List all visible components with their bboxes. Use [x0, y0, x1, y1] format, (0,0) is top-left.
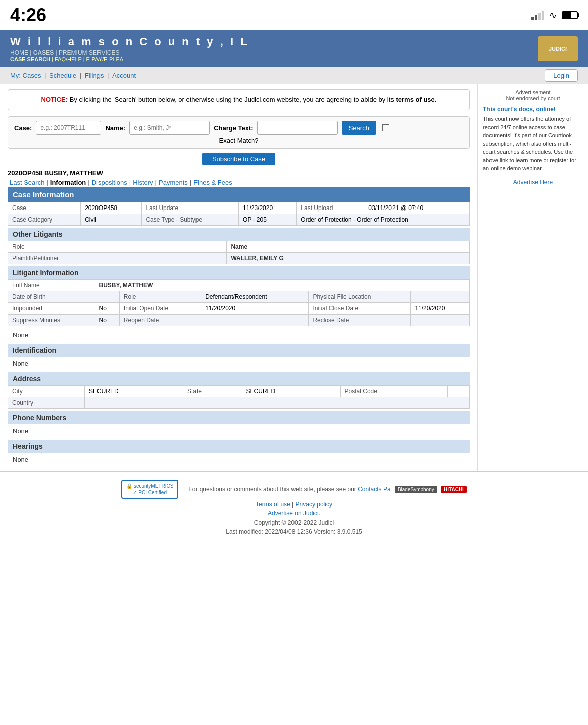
value-litigant-name: WALLER, EMILY G	[227, 253, 470, 264]
charge-input[interactable]	[257, 121, 338, 135]
label-reclose: Reclose Date	[309, 315, 411, 326]
nav-schedule[interactable]: Schedule	[49, 72, 76, 79]
signal-icon	[531, 10, 544, 20]
value-order-protection: Order of Protection - Order of Protectio…	[297, 214, 470, 226]
case-information-header: Case Information	[8, 187, 470, 202]
name-input[interactable]	[129, 121, 210, 135]
nav-my-cases[interactable]: My: Cases	[10, 72, 41, 79]
footer-last-modified: Last modified: 2022/04/08 12:36 Version:…	[226, 528, 362, 535]
login-button[interactable]: Login	[545, 69, 578, 82]
label-case-type: Case Type - Subtype	[142, 214, 239, 226]
phone-none: None	[8, 424, 470, 438]
status-bar: 4:26 ∿	[0, 0, 588, 30]
status-icons: ∿	[531, 10, 578, 21]
value-state: SECURED	[242, 386, 340, 397]
label-reopen: Reopen Date	[119, 315, 201, 326]
label-initial-open: Initial Open Date	[119, 303, 201, 315]
value-postal	[447, 386, 469, 397]
table-row: Role Name	[8, 241, 470, 253]
table-row: Date of Birth Role Defendant/Respondent …	[8, 291, 470, 303]
value-city: SECURED	[84, 386, 183, 397]
notice-box: NOTICE: By clicking the 'Search' button …	[8, 89, 470, 110]
privacy-link[interactable]: Privacy policy	[296, 501, 332, 508]
site-title: W i l l i a m s o n C o u n t y , I L	[10, 35, 249, 48]
identification-none: None	[8, 357, 470, 370]
footer-links: Terms of use | Privacy policy	[256, 501, 332, 508]
search-row: Case: Name: Charge Text: Search	[14, 121, 463, 135]
header-subnav: CASE SEARCH | FAQ/HELP | E-PAY/E-PLEA	[10, 56, 249, 62]
label-last-upload: Last Upload	[297, 202, 364, 214]
name-label: Name:	[105, 124, 125, 132]
label-last-update: Last Update	[142, 202, 239, 214]
exact-match-checkbox[interactable]	[382, 124, 389, 131]
litigant-table: Full Name BUSBY, MATTHEW Date of Birth R…	[8, 279, 470, 326]
tab-fines-fees[interactable]: Fines & Fees	[191, 178, 234, 187]
tab-dispositions[interactable]: Dispositions	[90, 178, 129, 187]
nav-account[interactable]: Account	[112, 72, 136, 79]
exact-match-label: Exact Match?	[219, 137, 259, 144]
table-row: Impounded No Initial Open Date 11/20/202…	[8, 303, 470, 315]
tab-information: Information	[48, 178, 88, 187]
wifi-icon: ∿	[549, 10, 557, 21]
header-nav: HOME | CASES | PREMIUM SERVICES	[10, 49, 249, 56]
value-dob	[94, 291, 119, 303]
label-suppress: Suppress Minutes	[8, 315, 94, 326]
advertise-here-link[interactable]: Advertise Here	[483, 179, 583, 186]
label-initial-close: Initial Close Date	[309, 303, 411, 315]
footer-row-1: 🔒 securityMETRICS ✓ PCI Certified For qu…	[121, 480, 467, 499]
footer: 🔒 securityMETRICS ✓ PCI Certified For qu…	[0, 471, 588, 543]
value-phys-loc	[411, 291, 470, 303]
status-time: 4:26	[10, 5, 46, 26]
court-docs-link[interactable]: This court's docs, online!	[483, 106, 556, 113]
case-label: Case:	[14, 124, 32, 132]
hitachi-badge: HITACHI	[441, 486, 467, 493]
label-role2: Role	[119, 291, 201, 303]
tab-last-search[interactable]: Last Search	[8, 178, 46, 187]
value-case: 2020OP458	[81, 202, 142, 214]
site-header: W i l l i a m s o n C o u n t y , I L HO…	[0, 30, 588, 67]
identification-header: Identification	[8, 344, 470, 357]
pci-badge: 🔒 securityMETRICS ✓ PCI Certified	[121, 480, 178, 499]
label-city: City	[8, 386, 85, 397]
nav-links: My: Cases | Schedule | Filings | Account	[10, 72, 136, 79]
battery-icon	[562, 11, 578, 19]
footer-badges: 🔒 securityMETRICS ✓ PCI Certified	[121, 480, 178, 499]
value-impounded: No	[94, 303, 119, 315]
advertise-link[interactable]: Advertise on Judici.	[268, 510, 320, 517]
other-litigants-header: Other Litigants	[8, 228, 470, 241]
terms-link[interactable]: Terms of use	[256, 501, 290, 508]
ad-sublabel: Not endorsed by court	[483, 95, 583, 101]
table-row: Case Category Civil Case Type - Subtype …	[8, 214, 470, 226]
value-initial-open: 11/20/2020	[201, 303, 309, 315]
nav-bar: My: Cases | Schedule | Filings | Account…	[0, 67, 588, 84]
label-state: State	[183, 386, 242, 397]
value-suppress: No	[94, 315, 119, 326]
label-country: Country	[8, 397, 85, 409]
label-postal: Postal Code	[340, 386, 447, 397]
subscribe-bar: Subscribe to Case	[8, 153, 470, 165]
subscribe-button[interactable]: Subscribe to Case	[202, 153, 275, 165]
tab-history[interactable]: History	[131, 178, 155, 187]
charge-label: Charge Text:	[214, 124, 253, 132]
address-table: City SECURED State SECURED Postal Code C…	[8, 385, 470, 409]
nav-filings[interactable]: Filings	[85, 72, 104, 79]
value-full-name: BUSBY, MATTHEW	[94, 280, 470, 291]
value-reopen	[201, 315, 309, 326]
litigant-information-header: Litigant Information	[8, 266, 470, 279]
table-row: Case 2020OP458 Last Update 11/23/2020 La…	[8, 202, 470, 214]
address-header: Address	[8, 372, 470, 385]
contacts-link[interactable]: Contacts Pa	[358, 486, 390, 493]
value-reclose	[411, 315, 470, 326]
blade-badge: BladeSymphony	[395, 486, 437, 493]
label-dob: Date of Birth	[8, 291, 94, 303]
case-information-table: Case 2020OP458 Last Update 11/23/2020 La…	[8, 202, 470, 226]
other-litigants-table: Role Name Plaintiff/Petitioner WALLER, E…	[8, 241, 470, 264]
label-role: Role	[8, 241, 227, 253]
search-button[interactable]: Search	[342, 121, 376, 135]
case-input[interactable]	[36, 121, 101, 135]
label-phys-loc: Physical File Location	[309, 291, 411, 303]
value-case-type: OP - 205	[239, 214, 297, 226]
value-role2: Defendant/Respondent	[201, 291, 309, 303]
main-layout: NOTICE: By clicking the 'Search' button …	[0, 84, 588, 471]
tab-payments[interactable]: Payments	[157, 178, 190, 187]
